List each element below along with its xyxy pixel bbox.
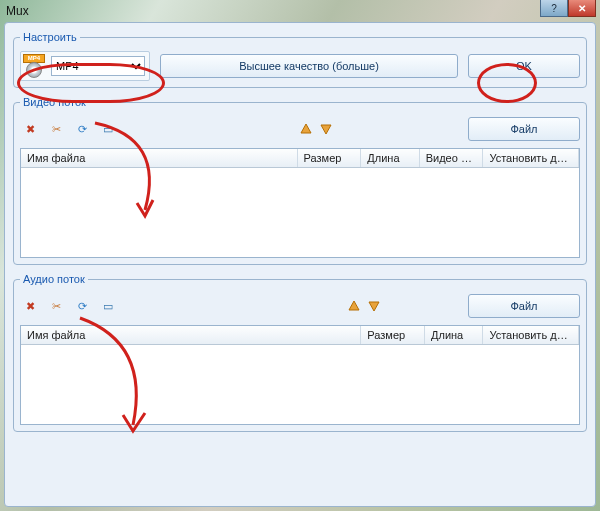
video-legend: Видео поток bbox=[20, 96, 89, 108]
svg-marker-3 bbox=[369, 302, 379, 311]
audio-reorder bbox=[346, 298, 382, 314]
audio-stream-group: Аудио поток ✖ ✂ ⟳ ▭ Файл bbox=[13, 273, 587, 432]
col-video-ext[interactable]: Видео ра... bbox=[419, 149, 483, 168]
refresh-icon[interactable]: ⟳ bbox=[72, 296, 92, 316]
refresh-icon[interactable]: ⟳ bbox=[72, 119, 92, 139]
preview-icon[interactable]: ▭ bbox=[98, 119, 118, 139]
svg-marker-2 bbox=[349, 301, 359, 310]
video-table-body[interactable] bbox=[21, 168, 579, 254]
help-button[interactable]: ? bbox=[540, 0, 568, 17]
video-reorder bbox=[298, 121, 334, 137]
close-button[interactable]: ✕ bbox=[568, 0, 596, 17]
col-filename[interactable]: Имя файла bbox=[21, 149, 297, 168]
window-buttons: ? ✕ bbox=[540, 0, 596, 17]
audio-legend: Аудио поток bbox=[20, 273, 88, 285]
mp4-file-icon: MP4 bbox=[23, 54, 47, 78]
audio-table-body[interactable] bbox=[21, 345, 579, 421]
cut-icon[interactable]: ✂ bbox=[46, 119, 66, 139]
configure-group: Настроить MP4 MP4 Высшее качество (больш… bbox=[13, 31, 587, 88]
video-toolbar: ✖ ✂ ⟳ ▭ bbox=[20, 119, 118, 139]
col-set-range[interactable]: Установить диа... bbox=[483, 326, 579, 345]
video-stream-group: Видео поток ✖ ✂ ⟳ ▭ Файл bbox=[13, 96, 587, 265]
video-table: Имя файла Размер Длина Видео ра... Устан… bbox=[20, 148, 580, 258]
col-size[interactable]: Размер bbox=[361, 326, 425, 345]
ok-button[interactable]: OK bbox=[468, 54, 580, 78]
format-selector[interactable]: MP4 MP4 bbox=[20, 51, 150, 81]
configure-legend: Настроить bbox=[20, 31, 80, 43]
col-length[interactable]: Длина bbox=[361, 149, 419, 168]
svg-marker-0 bbox=[301, 124, 311, 133]
move-up-icon[interactable] bbox=[298, 121, 314, 137]
video-file-button[interactable]: Файл bbox=[468, 117, 580, 141]
svg-marker-1 bbox=[321, 125, 331, 134]
video-table-header: Имя файла Размер Длина Видео ра... Устан… bbox=[21, 149, 579, 168]
cut-icon[interactable]: ✂ bbox=[46, 296, 66, 316]
audio-toolbar: ✖ ✂ ⟳ ▭ bbox=[20, 296, 118, 316]
window-title: Mux bbox=[6, 4, 29, 18]
quality-button[interactable]: Высшее качество (больше) bbox=[160, 54, 458, 78]
audio-table-header: Имя файла Размер Длина Установить диа... bbox=[21, 326, 579, 345]
mux-window: Настроить MP4 MP4 Высшее качество (больш… bbox=[4, 22, 596, 507]
audio-file-button[interactable]: Файл bbox=[468, 294, 580, 318]
delete-icon[interactable]: ✖ bbox=[20, 119, 40, 139]
audio-table: Имя файла Размер Длина Установить диа... bbox=[20, 325, 580, 425]
col-length[interactable]: Длина bbox=[425, 326, 483, 345]
preview-icon[interactable]: ▭ bbox=[98, 296, 118, 316]
move-down-icon[interactable] bbox=[366, 298, 382, 314]
titlebar: Mux ? ✕ bbox=[0, 0, 600, 22]
col-filename[interactable]: Имя файла bbox=[21, 326, 361, 345]
col-size[interactable]: Размер bbox=[297, 149, 361, 168]
col-set-range[interactable]: Установить диа... bbox=[483, 149, 579, 168]
move-up-icon[interactable] bbox=[346, 298, 362, 314]
format-dropdown[interactable]: MP4 bbox=[51, 56, 145, 76]
delete-icon[interactable]: ✖ bbox=[20, 296, 40, 316]
move-down-icon[interactable] bbox=[318, 121, 334, 137]
